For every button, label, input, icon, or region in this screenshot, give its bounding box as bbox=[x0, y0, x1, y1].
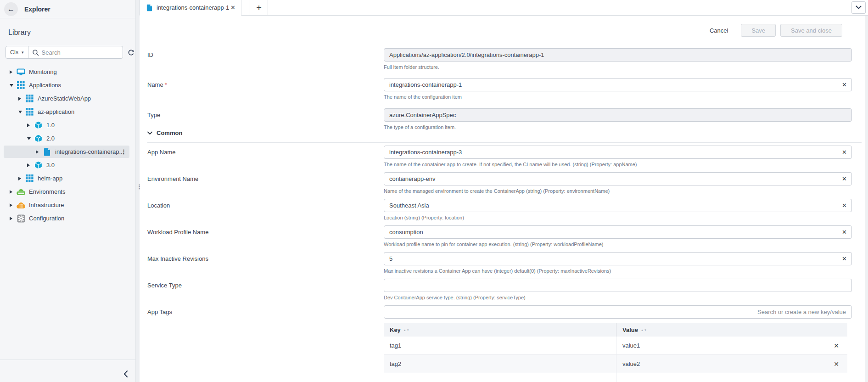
field-label: Location bbox=[147, 202, 170, 209]
add-tab-button[interactable]: + bbox=[250, 0, 268, 16]
clear-field-icon[interactable]: ✕ bbox=[842, 149, 847, 156]
tree-item-monitoring[interactable]: Monitoring bbox=[0, 65, 140, 79]
service-type-input[interactable] bbox=[384, 279, 852, 292]
tree-item-az-application[interactable]: az-application bbox=[0, 105, 140, 118]
back-button[interactable]: ← bbox=[4, 2, 18, 16]
save-button[interactable]: Save bbox=[741, 24, 776, 37]
tree-item-label: az-application bbox=[38, 108, 74, 115]
collapse-sidebar-icon[interactable] bbox=[123, 370, 129, 378]
field-id: ID Full item folder structure. bbox=[147, 48, 860, 70]
chevron-down-icon[interactable] bbox=[27, 136, 32, 141]
workload-profile-name-input[interactable] bbox=[384, 225, 852, 239]
sort-icon[interactable]: ▲▼ bbox=[403, 329, 410, 331]
tree-item-environments[interactable]: Environments bbox=[0, 185, 140, 198]
tag-key-cell: tag2 bbox=[384, 355, 616, 373]
form-content: Cancel Save Save and close ID Full item … bbox=[140, 16, 868, 382]
monitor-icon bbox=[17, 67, 25, 76]
tree-item-version-3-0[interactable]: 3.0 bbox=[0, 158, 140, 172]
app-name-input[interactable] bbox=[384, 146, 852, 159]
tree-item-configuration[interactable]: Configuration bbox=[0, 212, 140, 225]
close-tab-icon[interactable]: ✕ bbox=[230, 3, 236, 12]
field-help: Max inactive revisions a Container App c… bbox=[384, 268, 860, 274]
sort-icon[interactable]: ▲▼ bbox=[641, 329, 647, 331]
chevron-right-icon[interactable] bbox=[10, 70, 14, 74]
field-environment-name: Environment Name ✕ Name of the managed e… bbox=[147, 172, 860, 194]
editor-panel: integrations-containerapp-1 ✕ + Cancel S… bbox=[140, 0, 868, 382]
environments-icon bbox=[17, 187, 25, 196]
tab-bar: integrations-containerapp-1 ✕ + bbox=[140, 0, 868, 16]
search-input[interactable] bbox=[39, 49, 123, 56]
field-help: The name of the configuration item bbox=[384, 94, 860, 100]
scope-dropdown[interactable]: CIs ▾ bbox=[6, 46, 28, 58]
app-tags-search-input[interactable] bbox=[384, 305, 852, 319]
tree-item-azurestaticwebapp[interactable]: AzureStaticWebApp bbox=[0, 92, 140, 105]
refresh-icon[interactable] bbox=[127, 49, 135, 56]
table-row: tag1 value1 ✕ bbox=[384, 337, 847, 355]
chevron-down-icon bbox=[147, 131, 152, 135]
search-row: CIs ▾ bbox=[6, 46, 140, 59]
tree-item-integrations-containerapp[interactable]: integrations-containerap... ⋮ bbox=[0, 145, 140, 158]
kebab-menu-icon[interactable]: ⋮ bbox=[121, 148, 127, 155]
apps-grid-icon bbox=[17, 81, 25, 90]
remove-row-icon[interactable]: ✕ bbox=[834, 360, 839, 368]
clear-field-icon[interactable]: ✕ bbox=[842, 202, 847, 209]
clear-field-icon[interactable]: ✕ bbox=[842, 175, 847, 182]
field-label: Max Inactive Revisions bbox=[147, 255, 208, 262]
apps-grid-icon bbox=[25, 174, 34, 183]
key-column-header[interactable]: Key bbox=[390, 326, 401, 333]
clear-field-icon[interactable]: ✕ bbox=[842, 255, 847, 262]
vertical-scrollbar[interactable] bbox=[865, 16, 868, 382]
field-workload-profile-name: Workload Profile Name ✕ Workload profile… bbox=[147, 225, 860, 247]
table-row bbox=[384, 373, 847, 382]
chevron-right-icon[interactable] bbox=[10, 216, 14, 221]
field-max-inactive-revisions: Max Inactive Revisions ✕ Max inactive re… bbox=[147, 252, 860, 274]
sidebar-resize-handle[interactable]: ⋮ bbox=[135, 0, 140, 382]
tree-item-applications[interactable]: Applications bbox=[0, 79, 140, 92]
type-input bbox=[384, 108, 852, 122]
chevron-right-icon[interactable] bbox=[10, 190, 14, 194]
library-heading: Library bbox=[8, 28, 140, 37]
tree-item-label: Configuration bbox=[29, 215, 64, 222]
chevron-right-icon[interactable] bbox=[18, 176, 23, 181]
cancel-button[interactable]: Cancel bbox=[710, 27, 728, 34]
gear-icon bbox=[17, 214, 25, 223]
clear-field-icon[interactable]: ✕ bbox=[842, 81, 847, 88]
environment-name-input[interactable] bbox=[384, 172, 852, 185]
file-icon bbox=[43, 147, 51, 156]
chevron-right-icon[interactable] bbox=[27, 123, 32, 128]
tree-item-helm-app[interactable]: helm-app bbox=[0, 172, 140, 185]
tab-overflow-button[interactable] bbox=[851, 1, 866, 14]
tree-item-version-2-0[interactable]: 2.0 bbox=[0, 132, 140, 145]
location-input[interactable] bbox=[384, 199, 852, 212]
name-input[interactable] bbox=[384, 78, 852, 91]
chevron-down-icon[interactable] bbox=[18, 110, 23, 114]
tree-item-label: 3.0 bbox=[46, 162, 55, 169]
field-label: ID bbox=[147, 51, 153, 58]
section-common[interactable]: Common bbox=[147, 129, 862, 143]
chevron-right-icon[interactable] bbox=[18, 96, 23, 101]
field-type: Type The type of a configuration item. bbox=[147, 108, 860, 130]
search-icon bbox=[32, 49, 39, 56]
package-icon bbox=[34, 121, 43, 129]
field-label: App Tags bbox=[147, 309, 172, 315]
field-label: Name bbox=[147, 81, 163, 88]
field-help: The name of the conatainer app to create… bbox=[384, 162, 860, 167]
chevron-right-icon[interactable] bbox=[27, 163, 32, 168]
remove-row-icon[interactable]: ✕ bbox=[834, 342, 839, 349]
tree-item-label: Applications bbox=[29, 82, 61, 89]
search-box: CIs ▾ bbox=[6, 46, 123, 59]
field-label: Service Type bbox=[147, 282, 182, 289]
tab-integrations-containerapp-1[interactable]: integrations-containerapp-1 ✕ bbox=[140, 0, 241, 16]
chevron-down-icon[interactable] bbox=[10, 83, 14, 88]
tree-item-version-1-0[interactable]: 1.0 bbox=[0, 118, 140, 132]
tree-item-infrastructure[interactable]: Infrastructure bbox=[0, 198, 140, 212]
max-inactive-revisions-input[interactable] bbox=[384, 252, 852, 265]
tree-item-label: 2.0 bbox=[46, 135, 55, 142]
save-and-close-button[interactable]: Save and close bbox=[780, 24, 842, 37]
chevron-right-icon[interactable] bbox=[36, 150, 40, 154]
chevron-right-icon[interactable] bbox=[10, 203, 14, 208]
field-label: Workload Profile Name bbox=[147, 229, 208, 236]
infrastructure-icon bbox=[17, 201, 25, 209]
value-column-header[interactable]: Value bbox=[622, 326, 638, 333]
clear-field-icon[interactable]: ✕ bbox=[842, 229, 847, 236]
